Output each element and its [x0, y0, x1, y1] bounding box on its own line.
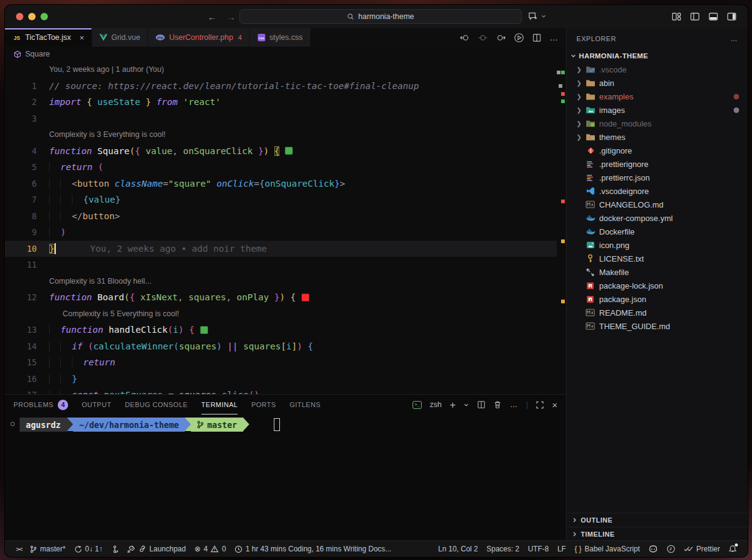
code-line[interactable]: 11 — [5, 257, 557, 273]
file-tree-item-README.md[interactable]: README.md — [567, 306, 748, 319]
code-line[interactable]: 5 return ( — [5, 159, 557, 176]
editor-tab-UserController.php[interactable]: phpUserController.php4 — [148, 28, 249, 47]
overview-ruler[interactable] — [557, 61, 566, 394]
code-line[interactable]: 8 </button> — [5, 208, 557, 225]
file-tree-item-CHANGELOG.md[interactable]: CHANGELOG.md — [567, 198, 748, 211]
file-tree-item-LICENSE.txt[interactable]: LICENSE.txt — [567, 252, 748, 265]
git-branch-status[interactable]: master* — [26, 541, 69, 557]
code-line[interactable]: 1// source: https://react.dev/learn/tuto… — [5, 78, 557, 95]
cursor-position-status[interactable]: Ln 10, Col 2 — [434, 541, 483, 557]
editor-more-actions-icon[interactable]: … — [549, 33, 559, 42]
eol-status[interactable]: LF — [553, 541, 570, 557]
panel-tab-debug-console[interactable]: DEBUG CONSOLE — [125, 395, 187, 414]
terminal[interactable]: agusrdz ~/dev/harmonia-theme master — [5, 414, 566, 540]
code-line[interactable]: 2import { useState } from 'react' — [5, 94, 557, 111]
close-tab-icon[interactable]: × — [80, 33, 85, 42]
problems-status[interactable]: ⊗4 0 — [190, 541, 230, 557]
remote-indicator[interactable]: >< — [12, 541, 26, 557]
split-terminal-icon[interactable] — [477, 400, 486, 409]
panel-tab-terminal[interactable]: TERMINAL — [201, 395, 238, 414]
file-tree-item-.gitignore[interactable]: .gitignore — [567, 144, 748, 157]
code-line[interactable]: 3 — [5, 111, 557, 127]
code-line[interactable]: 15 return — [5, 354, 557, 371]
panel-more-actions-icon[interactable]: … — [510, 400, 518, 409]
launchpad-status[interactable]: Launchpad — [123, 541, 190, 557]
history-forward-button[interactable]: → — [227, 12, 236, 22]
code-line[interactable]: 13 function handleClick(i) { — [5, 322, 557, 338]
file-tree-item-.vscode[interactable]: ❯.vscode — [567, 63, 748, 76]
code-line[interactable]: 17 const nextSquares = squares.slice() — [5, 387, 557, 394]
file-tree-item-themes[interactable]: ❯themes — [567, 130, 748, 144]
split-editor-icon[interactable] — [532, 33, 541, 42]
indentation-status[interactable]: Spaces: 2 — [483, 541, 524, 557]
kill-terminal-icon[interactable] — [494, 400, 502, 409]
current-change-icon[interactable] — [478, 33, 487, 42]
panel-tab-gitlens[interactable]: GITLENS — [290, 395, 321, 414]
toggle-primary-sidebar-icon[interactable] — [690, 12, 700, 21]
breadcrumb[interactable]: Square — [5, 47, 566, 61]
codelens-row[interactable]: Complexity is 5 Everything is cool! — [5, 306, 557, 322]
screencast-status[interactable] — [662, 541, 680, 557]
file-tree-item-images[interactable]: ❯images — [567, 103, 748, 117]
explorer-section-outline[interactable]: OUTLINE — [567, 513, 748, 527]
panel-tab-output[interactable]: OUTPUT — [82, 395, 111, 414]
file-tree-item-.prettierignore[interactable]: .prettierignore — [567, 157, 748, 171]
new-terminal-icon[interactable]: + — [450, 400, 456, 410]
code-line[interactable]: 4function Square({ value, onSquareClick … — [5, 143, 557, 160]
code-line[interactable]: 10}You, 2 weeks ago • add noir theme — [5, 241, 557, 257]
file-tree-item-examples[interactable]: ❯examples — [567, 90, 748, 103]
customize-layout-icon[interactable] — [672, 12, 681, 21]
codelens-row[interactable]: Complexity is 31 Bloody hell... — [5, 273, 557, 290]
maximize-panel-icon[interactable] — [536, 401, 544, 409]
next-change-icon[interactable] — [495, 33, 506, 42]
terminal-dropdown-icon[interactable] — [463, 402, 469, 408]
file-tree-item-Makefile[interactable]: Makefile — [567, 265, 748, 279]
codelens-row[interactable]: You, 2 weeks ago | 1 author (You) — [5, 61, 557, 78]
code-line[interactable]: 6 <button className="square" onClick={on… — [5, 176, 557, 192]
copilot-status[interactable] — [644, 541, 662, 557]
file-tree-item-docker-compose.yml[interactable]: docker-compose.yml — [567, 211, 748, 225]
file-tree-item-package-lock.json[interactable]: package-lock.json — [567, 279, 748, 292]
file-tree-item-.prettierrc.json[interactable]: .prettierrc.json — [567, 171, 748, 184]
file-tree-item-.vscodeignore[interactable]: .vscodeignore — [567, 184, 748, 198]
code-line[interactable]: 12function Board({ xIsNext, squares, onP… — [5, 289, 557, 306]
minimize-window-button[interactable] — [28, 13, 36, 20]
zoom-window-button[interactable] — [41, 13, 48, 20]
language-mode-status[interactable]: { }Babel JavaScript — [570, 541, 644, 557]
file-tree-item-package.json[interactable]: package.json — [567, 292, 748, 306]
close-panel-icon[interactable]: × — [552, 400, 557, 410]
codelens-row[interactable]: Complexity is 3 Everything is cool! — [5, 126, 557, 143]
editor-tab-TicTacToe.jsx[interactable]: JSTicTacToe.jsx× — [5, 28, 92, 47]
toggle-secondary-sidebar-icon[interactable] — [727, 12, 737, 21]
toggle-panel-icon[interactable] — [708, 12, 718, 21]
git-sync-status[interactable]: 0↓ 1↑ — [70, 541, 107, 557]
explorer-section-timeline[interactable]: TIMELINE — [567, 527, 748, 540]
file-tree-item-abin[interactable]: ❯abin — [567, 76, 748, 90]
history-back-button[interactable]: ← — [207, 12, 217, 22]
gitlens-status[interactable] — [107, 541, 123, 557]
file-tree-item-Dockerfile[interactable]: Dockerfile — [567, 225, 748, 238]
run-file-icon[interactable] — [514, 33, 524, 43]
code-line[interactable]: 14 if (calculateWinner(squares) || squar… — [5, 338, 557, 355]
panel-tab-problems[interactable]: PROBLEMS4 — [14, 395, 68, 414]
editor-tab-styles.css[interactable]: cssstyles.css — [250, 28, 311, 47]
close-window-button[interactable] — [16, 13, 23, 20]
editor-tab-Grid.vue[interactable]: Grid.vue — [92, 28, 148, 47]
explorer-section-harmonia-theme[interactable]: HARMONIA-THEME — [567, 49, 748, 63]
code-line[interactable]: 7 {value} — [5, 192, 557, 208]
formatter-status[interactable]: Prettier — [680, 541, 724, 557]
encoding-status[interactable]: UTF-8 — [524, 541, 553, 557]
terminal-shell-label[interactable]: zsh — [430, 400, 441, 409]
file-tree-item-icon.png[interactable]: icon.png — [567, 238, 748, 252]
time-tracking-status[interactable]: 1 hr 43 mins Coding, 16 mins Writing Doc… — [230, 541, 395, 557]
prev-change-icon[interactable] — [460, 33, 470, 42]
code-line[interactable]: 16 } — [5, 371, 557, 387]
file-tree-item-node_modules[interactable]: ❯node_modules — [567, 117, 748, 130]
code-editor[interactable]: You, 2 weeks ago | 1 author (You)1// sou… — [5, 61, 566, 394]
panel-tab-ports[interactable]: PORTS — [251, 395, 276, 414]
notifications-status[interactable] — [724, 541, 741, 557]
code-line[interactable]: 9 ) — [5, 224, 557, 241]
file-tree-item-THEME_GUIDE.md[interactable]: THEME_GUIDE.md — [567, 319, 748, 333]
explorer-more-actions-icon[interactable]: … — [731, 35, 738, 42]
copilot-menu-button[interactable] — [528, 11, 546, 21]
